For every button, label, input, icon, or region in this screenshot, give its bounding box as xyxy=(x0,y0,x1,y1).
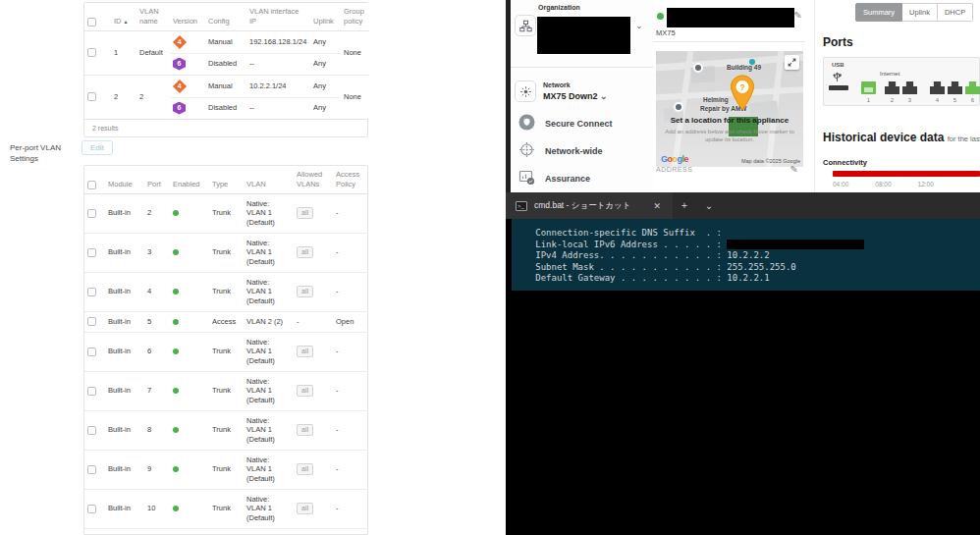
col-config[interactable]: Config xyxy=(205,3,246,30)
pp-policy-cell: - xyxy=(333,332,368,371)
row-checkbox[interactable] xyxy=(87,317,96,326)
sidebar-item-label: Assurance xyxy=(545,174,590,184)
map-expand-icon[interactable] xyxy=(785,55,799,70)
row-checkbox[interactable] xyxy=(87,348,96,356)
sidebar-item-secure-connect[interactable]: Secure Connect xyxy=(518,114,613,133)
pp-port-cell: 9 xyxy=(144,450,170,489)
map-set-location-sub1: Add an address below and check Move mark… xyxy=(656,129,803,134)
tab-dropdown-icon[interactable]: ⌄ xyxy=(696,200,722,211)
vlan-config-cell: Disabled xyxy=(205,53,246,75)
vlan-table-results-count: 2 results xyxy=(84,119,367,136)
allowed-vlans-badge[interactable]: all xyxy=(297,463,313,476)
row-checkbox[interactable] xyxy=(87,387,96,396)
col-type[interactable]: Type xyxy=(209,166,244,193)
row-checkbox[interactable] xyxy=(87,465,96,474)
col-id[interactable]: ID ▲ xyxy=(111,3,136,30)
pp-module-cell: Built-in xyxy=(105,332,144,371)
pp-select-all-checkbox[interactable] xyxy=(87,181,96,189)
terminal-tab-title: cmd.bat - ショートカット xyxy=(534,200,644,212)
col-group-policy[interactable]: Group policy xyxy=(341,3,369,30)
vlan-uplink-cell: Any xyxy=(310,53,341,75)
terminal-title-bar[interactable]: >_ cmd.bat - ショートカット ✕ + ⌄ xyxy=(506,192,980,219)
pp-checkbox-cell xyxy=(84,410,105,450)
pp-module-cell: Built-in xyxy=(105,450,144,489)
google-logo[interactable]: Google xyxy=(661,154,688,164)
organization-icon[interactable] xyxy=(515,15,536,36)
edit-button[interactable]: Edit xyxy=(82,140,113,155)
row-checkbox[interactable] xyxy=(87,92,96,101)
col-version[interactable]: Version xyxy=(170,3,205,30)
row-checkbox[interactable] xyxy=(87,248,96,257)
allowed-vlans-badge[interactable]: all xyxy=(297,246,313,259)
usb-icon xyxy=(832,69,843,86)
sidebar-item-assurance[interactable]: Assurance xyxy=(518,169,590,187)
device-name-edit-icon[interactable]: ✎ xyxy=(794,10,802,21)
terminal-output-text: Connection-specific DNS Suffix . : Link-… xyxy=(519,228,864,285)
device-name-redacted xyxy=(667,8,794,27)
pp-checkbox-cell xyxy=(84,450,105,489)
port-number: 5 xyxy=(948,97,962,103)
row-checkbox[interactable] xyxy=(87,426,96,435)
ethernet-port-icon[interactable] xyxy=(902,81,917,94)
pp-vlan-cell: Native: VLAN 1 (Default) xyxy=(244,371,294,410)
col-enabled[interactable]: Enabled xyxy=(170,166,209,193)
col-uplink[interactable]: Uplink xyxy=(310,3,341,30)
allowed-vlans-badge[interactable]: all xyxy=(297,286,313,298)
col-allowed-vlans[interactable]: Allowed VLANs xyxy=(294,166,333,193)
col-module[interactable]: Module xyxy=(105,166,144,193)
address-edit-icon[interactable]: ✎ xyxy=(790,164,798,175)
terminal-line: Connection-specific DNS Suffix . : xyxy=(519,228,864,240)
tab-uplink[interactable]: Uplink xyxy=(902,3,938,22)
network-icon[interactable] xyxy=(515,80,536,102)
organization-chevron-icon[interactable]: ⌄ xyxy=(635,22,643,30)
historical-heading: Historical device data for the last xyxy=(823,131,980,144)
row-checkbox[interactable] xyxy=(87,288,96,296)
allowed-vlans-badge[interactable]: all xyxy=(297,503,313,515)
ethernet-port-icon[interactable] xyxy=(948,81,962,94)
col-vlan-name[interactable]: VLAN name xyxy=(136,3,170,30)
ethernet-port-icon[interactable] xyxy=(930,81,945,94)
pp-checkbox-cell xyxy=(84,489,105,528)
col-port[interactable]: Port xyxy=(144,166,170,193)
row-checkbox[interactable] xyxy=(87,505,96,513)
terminal-output-area[interactable]: Connection-specific DNS Suffix . : Link-… xyxy=(512,219,980,291)
usb-port[interactable] xyxy=(829,85,848,90)
row-checkbox[interactable] xyxy=(87,209,96,218)
col-vlan-interface-ip[interactable]: VLAN interface IP xyxy=(246,3,310,30)
connectivity-bar[interactable] xyxy=(833,171,980,177)
organization-name-redacted[interactable] xyxy=(537,17,630,54)
pp-policy-cell: - xyxy=(333,233,368,272)
pp-port-cell: 5 xyxy=(144,311,170,332)
pp-select-all-cell xyxy=(84,166,105,193)
ethernet-port-icon[interactable] xyxy=(965,81,980,94)
col-vlan[interactable]: VLAN xyxy=(244,166,294,193)
tab-summary[interactable]: Summary xyxy=(855,3,902,22)
location-map[interactable]: Building 49 Helming Repair by AMW ? Set … xyxy=(656,51,803,167)
row-checkbox[interactable] xyxy=(87,48,96,57)
allowed-vlans-badge[interactable]: all xyxy=(297,424,313,437)
ethernet-port-icon[interactable] xyxy=(885,81,899,94)
location-pin-icon[interactable]: ? xyxy=(730,75,755,116)
pp-port-cell: 2 xyxy=(144,193,170,233)
allowed-vlans-badge[interactable]: all xyxy=(297,346,313,358)
select-all-checkbox[interactable] xyxy=(87,18,96,27)
enabled-status-dot xyxy=(173,348,179,354)
pp-enabled-cell xyxy=(170,410,209,450)
ethernet-port-icon[interactable] xyxy=(861,81,876,94)
pp-allowed-cell: - xyxy=(294,311,333,332)
tab-dhcp[interactable]: DHCP xyxy=(938,3,973,22)
pp-policy-cell: - xyxy=(333,450,368,489)
terminal-window[interactable]: >_ cmd.bat - ショートカット ✕ + ⌄ Connection-sp… xyxy=(506,192,980,535)
tab-close-icon[interactable]: ✕ xyxy=(651,201,663,211)
allowed-vlans-badge[interactable]: all xyxy=(297,385,313,398)
pp-checkbox-cell xyxy=(84,371,105,410)
pp-type-cell: Trunk xyxy=(209,233,244,272)
col-access-policy[interactable]: Access Policy xyxy=(333,166,368,193)
terminal-tab[interactable]: >_ cmd.bat - ショートカット ✕ xyxy=(506,192,673,219)
enabled-status-dot xyxy=(173,427,179,433)
vlan-group-policy-cell: None xyxy=(341,30,369,75)
network-selector[interactable]: MX75 Down2 ⌄ xyxy=(543,91,608,101)
sidebar-item-network-wide[interactable]: Network-wide xyxy=(518,141,603,160)
new-tab-button[interactable]: + xyxy=(673,200,696,211)
allowed-vlans-badge[interactable]: all xyxy=(297,207,313,220)
